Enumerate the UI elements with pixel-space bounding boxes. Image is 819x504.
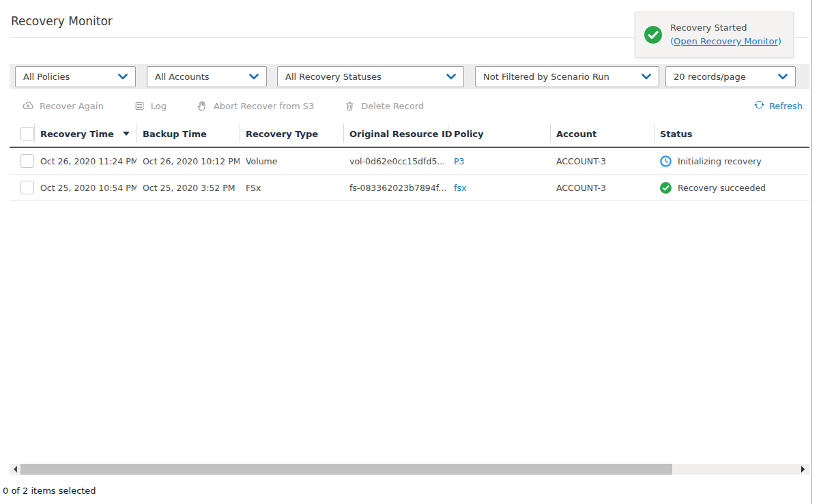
sort-desc-icon	[123, 132, 130, 136]
refresh-label: Refresh	[769, 101, 803, 111]
recover-again-button[interactable]: Recover Again	[22, 100, 104, 112]
toast-notification: Recovery Started (Open Recovery Monitor)	[635, 12, 794, 58]
toast-link-line: (Open Recovery Monitor)	[670, 35, 781, 48]
chevron-down-icon	[118, 74, 128, 80]
scrollbar-thumb[interactable]	[20, 464, 672, 475]
original-resource-id-cell: vol-0d62e0cc15dfd5...	[343, 147, 448, 175]
window-right-edge	[811, 0, 812, 504]
horizontal-scrollbar	[10, 464, 809, 475]
filter-bar: All Policies All Accounts All Recovery S…	[10, 64, 809, 89]
chevron-down-icon	[249, 74, 259, 80]
check-circle-icon	[660, 182, 672, 194]
selection-count: 0 of 2 items selected	[3, 486, 96, 496]
records-per-page-dropdown[interactable]: 20 records/page	[665, 66, 796, 87]
status-label: Initializing recovery	[678, 156, 762, 166]
status-cell: Initializing recovery	[654, 147, 809, 175]
row-select-cell	[10, 147, 34, 175]
recover-again-label: Recover Again	[40, 101, 104, 111]
column-header-backup-time[interactable]: Backup Time	[136, 120, 240, 147]
check-circle-icon	[644, 26, 662, 44]
toast-title: Recovery Started	[670, 21, 781, 35]
column-header-policy[interactable]: Policy	[448, 120, 550, 147]
log-label: Log	[151, 101, 167, 111]
abort-recover-from-s3-label: Abort Recover from S3	[214, 101, 314, 111]
toolbar: Recover Again Log Abort Recover from	[10, 96, 809, 115]
policies-filter-dropdown[interactable]: All Policies	[15, 66, 136, 87]
delete-record-label: Delete Record	[361, 101, 424, 111]
status-cell: Recovery succeeded	[654, 175, 809, 201]
recovery-monitor-page: Recovery Started (Open Recovery Monitor)…	[0, 0, 819, 504]
policy-link[interactable]: P3	[454, 156, 465, 166]
table-row: Oct 26, 2020 11:24 PM Oct 26, 2020 10:12…	[10, 147, 809, 175]
policy-link[interactable]: fsx	[454, 183, 466, 193]
open-recovery-monitor-link[interactable]: Open Recovery Monitor	[674, 36, 778, 46]
hand-icon	[197, 100, 208, 112]
policy-cell: fsx	[448, 175, 550, 201]
clock-icon	[660, 155, 672, 167]
chevron-down-icon	[778, 74, 788, 80]
column-header-original-resource-id[interactable]: Original Resource ID	[343, 120, 448, 147]
chevron-down-icon	[642, 74, 651, 80]
row-select-cell	[10, 175, 34, 201]
column-header-account[interactable]: Account	[550, 120, 654, 147]
trash-icon	[344, 100, 356, 112]
scroll-left-arrow[interactable]	[10, 464, 20, 475]
chevron-down-icon	[446, 74, 456, 80]
scenario-run-filter-value: Not Filtered by Scenario Run	[483, 72, 609, 82]
status-label: Recovery succeeded	[678, 183, 766, 193]
policies-filter-value: All Policies	[23, 72, 70, 82]
original-resource-id-cell: fs-083362023b7894f...	[343, 175, 448, 201]
scroll-right-arrow[interactable]	[797, 464, 808, 475]
scenario-run-filter-dropdown[interactable]: Not Filtered by Scenario Run	[475, 66, 659, 87]
records-per-page-value: 20 records/page	[674, 72, 746, 82]
table-header-row: Recovery Time Backup Time Recovery Type …	[10, 120, 809, 147]
abort-recover-from-s3-button[interactable]: Abort Recover from S3	[197, 100, 314, 112]
backup-time-cell: Oct 26, 2020 10:12 PM	[136, 147, 240, 175]
row-checkbox[interactable]	[20, 154, 34, 168]
select-all-checkbox[interactable]	[20, 127, 34, 140]
recovery-type-cell: Volume	[240, 147, 343, 175]
accounts-filter-value: All Accounts	[155, 72, 210, 82]
accounts-filter-dropdown[interactable]: All Accounts	[147, 66, 267, 87]
table-row: Oct 25, 2020 10:54 PM Oct 25, 2020 3:52 …	[10, 175, 809, 201]
column-header-recovery-time[interactable]: Recovery Time	[34, 120, 136, 147]
recovery-status-filter-value: All Recovery Statuses	[285, 72, 382, 82]
refresh-button[interactable]: Refresh	[754, 100, 803, 112]
column-header-status[interactable]: Status	[654, 120, 809, 147]
delete-record-button[interactable]: Delete Record	[344, 100, 424, 112]
log-icon	[134, 100, 145, 112]
select-all-header-cell	[10, 120, 34, 147]
recovery-type-cell: FSx	[240, 175, 343, 201]
column-header-recovery-type[interactable]: Recovery Type	[240, 120, 343, 147]
row-checkbox[interactable]	[20, 181, 34, 194]
policy-cell: P3	[448, 147, 550, 175]
refresh-icon	[754, 100, 764, 112]
account-cell: ACCOUNT-3	[550, 147, 654, 175]
log-button[interactable]: Log	[134, 100, 167, 112]
backup-time-cell: Oct 25, 2020 3:52 PM	[136, 175, 240, 201]
recovery-status-filter-dropdown[interactable]: All Recovery Statuses	[277, 66, 464, 87]
account-cell: ACCOUNT-3	[550, 175, 654, 201]
recovery-time-cell: Oct 25, 2020 10:54 PM	[34, 175, 136, 201]
recovery-time-cell: Oct 26, 2020 11:24 PM	[34, 147, 136, 175]
recovery-table: Recovery Time Backup Time Recovery Type …	[10, 120, 809, 201]
cloud-download-icon	[22, 100, 34, 112]
